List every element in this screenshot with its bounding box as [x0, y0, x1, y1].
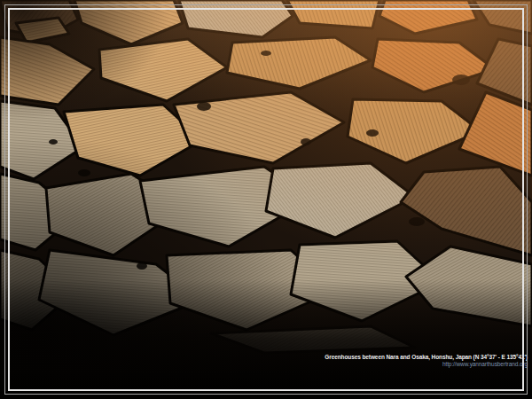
caption-url-text: http://www.yannarthusbertrand.org [325, 361, 528, 367]
wallpaper-screenshot: Greenhouses between Nara and Osaka, Hons… [0, 0, 532, 399]
shade-overlay-bottom [0, 0, 532, 399]
photo-caption: Greenhouses between Nara and Osaka, Hons… [325, 354, 528, 367]
aerial-photo-greenhouses [0, 0, 532, 399]
caption-location-text: Greenhouses between Nara and Osaka, Hons… [325, 354, 528, 361]
